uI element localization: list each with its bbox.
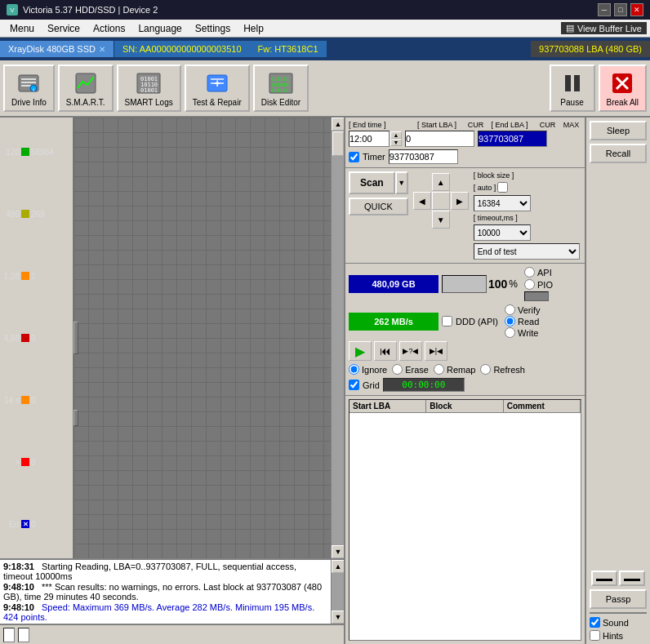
step-back-button[interactable]: ▶?◀ bbox=[399, 341, 422, 361]
disk-editor-label: Disk Editor bbox=[261, 98, 301, 107]
block-size-select[interactable]: 16384 bbox=[474, 195, 531, 211]
step-fwd-button[interactable]: ▶|◀ bbox=[425, 341, 447, 361]
drive-info-button[interactable]: i Drive Info bbox=[3, 64, 55, 112]
title-bar-controls: ─ □ ✕ bbox=[598, 3, 643, 16]
verify-radio[interactable] bbox=[505, 304, 515, 315]
block-size-value-row: 16384 bbox=[474, 195, 580, 211]
pause-label: Pause bbox=[560, 98, 583, 107]
block-size-section: [ block size ] [ auto ] 16384 [ timeout,… bbox=[474, 171, 580, 260]
scroll-thumb[interactable] bbox=[332, 131, 344, 156]
test-repair-button[interactable]: + Test & Repair bbox=[185, 64, 250, 112]
timer-lba-display[interactable] bbox=[389, 149, 458, 164]
scroll-up-button[interactable]: ▲ bbox=[332, 118, 345, 131]
menu-item-menu[interactable]: Menu bbox=[3, 21, 41, 36]
remap-radio[interactable] bbox=[434, 364, 444, 375]
read-radio[interactable] bbox=[505, 316, 515, 326]
menu-item-settings[interactable]: Settings bbox=[189, 21, 237, 36]
start-lba-input[interactable] bbox=[405, 131, 474, 147]
dir-empty-tl bbox=[413, 173, 431, 191]
small-btn-2[interactable]: ▬▬ bbox=[619, 571, 645, 586]
disk-editor-button[interactable]: 010101 101010 010101 Disk Editor bbox=[253, 64, 309, 112]
menu-item-actions[interactable]: Actions bbox=[87, 21, 131, 36]
dir-center-button[interactable] bbox=[432, 192, 450, 210]
dir-down-button[interactable]: ▼ bbox=[432, 211, 450, 229]
log-scroll-track[interactable] bbox=[332, 573, 344, 611]
write-label: Write bbox=[518, 328, 538, 338]
progress-section: 480,09 GB 100 % API PIO bbox=[345, 264, 585, 396]
quick-button[interactable]: QUICK bbox=[349, 198, 408, 215]
break-all-button[interactable]: Break All bbox=[599, 64, 647, 112]
tab-sn: SN: AA000000000000003510 bbox=[114, 41, 250, 57]
refresh-row: Refresh bbox=[480, 364, 525, 375]
stat-bar-blue-x: ✕ bbox=[21, 520, 29, 528]
scan-canvas[interactable] bbox=[73, 118, 331, 558]
progress-lba: 480,09 GB bbox=[349, 275, 439, 293]
end-lba-input[interactable] bbox=[478, 131, 547, 147]
rewind-button[interactable]: ⏮ bbox=[374, 341, 397, 361]
passp-button[interactable]: Passp bbox=[590, 589, 647, 609]
api-radio-row: API bbox=[524, 267, 553, 278]
menu-item-language[interactable]: Language bbox=[131, 21, 188, 36]
tab-xraydisk[interactable]: XrayDisk 480GB SSD ✕ bbox=[0, 41, 114, 57]
view-buffer-button[interactable]: ▤ View Buffer Live bbox=[561, 22, 647, 34]
erase-radio[interactable] bbox=[392, 364, 403, 375]
write-radio[interactable] bbox=[505, 327, 515, 338]
sleep-button[interactable]: Sleep bbox=[590, 121, 647, 140]
ignore-radio[interactable] bbox=[349, 364, 359, 375]
log-scrollbar[interactable]: ▲ ▼ bbox=[331, 560, 344, 624]
menu-item-help[interactable]: Help bbox=[237, 21, 270, 36]
refresh-radio[interactable] bbox=[480, 364, 491, 375]
small-btn-1[interactable]: ▬▬ bbox=[591, 571, 617, 586]
recall-button[interactable]: Recall bbox=[590, 144, 647, 163]
hints-checkbox[interactable] bbox=[590, 630, 600, 641]
drive-info-icon: i bbox=[16, 70, 42, 96]
time-spin-down[interactable]: ▼ bbox=[390, 139, 402, 146]
dir-right-button[interactable]: ▶ bbox=[451, 192, 469, 210]
auto-label: [ auto ] bbox=[474, 184, 496, 192]
ddd-checkbox[interactable] bbox=[442, 316, 452, 326]
sound-checkbox[interactable] bbox=[590, 617, 600, 628]
api-pio-group: API PIO bbox=[524, 267, 553, 301]
log-text-2: *** Scan results: no warnings, no errors… bbox=[3, 582, 322, 602]
pause-button[interactable]: Pause bbox=[550, 64, 595, 112]
stat-bar-red-dark bbox=[21, 334, 29, 342]
dir-empty-bl bbox=[413, 211, 431, 229]
menu-item-service[interactable]: Service bbox=[41, 21, 87, 36]
stat-bar-green bbox=[21, 148, 29, 156]
end-lba-header: [ End LBA ] bbox=[492, 121, 535, 129]
menu-right: ▤ View Buffer Live bbox=[561, 22, 647, 34]
end-time-input[interactable] bbox=[349, 131, 390, 147]
scan-button[interactable]: Scan bbox=[349, 171, 395, 194]
col-start-lba: Start LBA bbox=[349, 400, 426, 412]
scan-btn-group: Scan ▼ bbox=[349, 171, 408, 194]
vertical-scrollbar[interactable]: ▲ ▼ bbox=[331, 118, 344, 558]
dir-up-button[interactable]: ▲ bbox=[432, 173, 450, 191]
scroll-down-button[interactable]: ▼ bbox=[332, 545, 345, 558]
scan-dropdown[interactable]: ▼ bbox=[395, 171, 408, 194]
grid-checkbox[interactable] bbox=[349, 380, 359, 390]
log-scroll-up[interactable]: ▲ bbox=[332, 560, 345, 573]
maximize-button[interactable]: □ bbox=[614, 3, 627, 16]
progress-pct-symbol: % bbox=[509, 278, 518, 290]
stat-bar-orange bbox=[21, 272, 29, 280]
svg-rect-19 bbox=[565, 75, 571, 91]
pio-radio[interactable] bbox=[524, 279, 535, 290]
grid-row: Grid 00:00:00 bbox=[349, 378, 581, 392]
end-of-test-select[interactable]: End of test bbox=[474, 243, 580, 260]
log-scroll-down[interactable]: ▼ bbox=[332, 611, 345, 624]
dir-left-button[interactable]: ◀ bbox=[413, 192, 431, 210]
time-spin-up[interactable]: ▲ bbox=[390, 131, 402, 139]
smart-logs-button[interactable]: 01001 10110 01001 SMART Logs bbox=[117, 64, 181, 112]
play-button[interactable]: ▶ bbox=[349, 341, 372, 361]
api-radio[interactable] bbox=[524, 267, 535, 278]
timer-checkbox[interactable] bbox=[349, 152, 359, 162]
auto-checkbox[interactable] bbox=[497, 182, 508, 193]
tab-close-icon[interactable]: ✕ bbox=[99, 45, 105, 54]
scroll-track[interactable] bbox=[332, 131, 344, 545]
drive-info-label: Drive Info bbox=[11, 98, 47, 107]
close-button[interactable]: ✕ bbox=[630, 3, 643, 16]
minimize-button[interactable]: ─ bbox=[598, 3, 611, 16]
smart-button[interactable]: S.M.A.R.T. bbox=[58, 64, 114, 112]
timeout-select[interactable]: 10000 bbox=[474, 224, 531, 241]
stats-header: Start LBA Block Comment bbox=[349, 400, 581, 413]
